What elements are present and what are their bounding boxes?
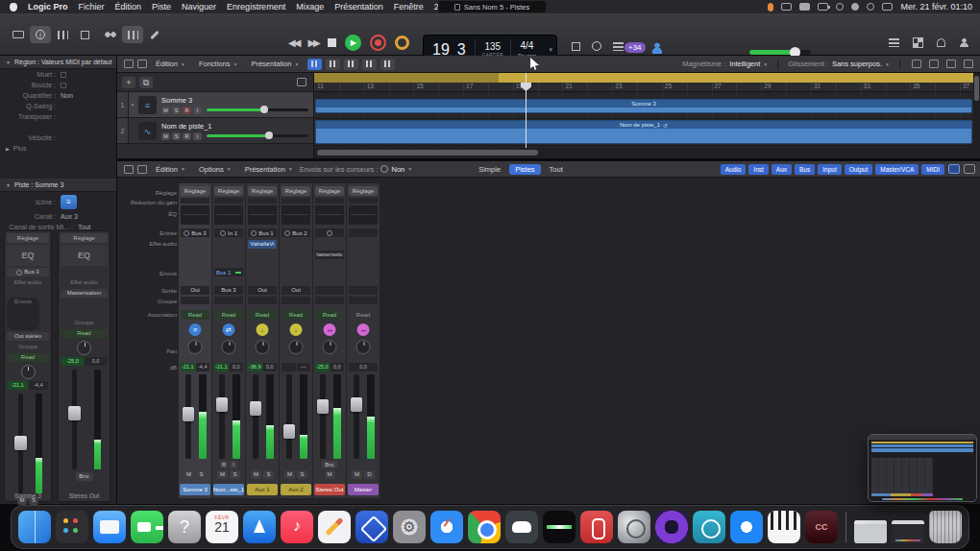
track-icon-row[interactable]: Icône : ≡ [0, 192, 116, 211]
automation-button[interactable]: Read [349, 310, 378, 320]
more-options-icon[interactable] [964, 60, 973, 68]
channel-name[interactable]: Nom...ste_1 [213, 484, 244, 495]
db-value[interactable]: 0,0 [263, 363, 278, 371]
mute-button[interactable]: M [184, 470, 194, 479]
send-slot[interactable]: Bus 1 [214, 268, 243, 276]
strip-input-slot[interactable]: Bus 3 [7, 268, 49, 276]
account-button[interactable] [960, 38, 968, 47]
strip-output-slot[interactable]: Out stéréo [7, 332, 49, 341]
pencil-app-icon[interactable] [318, 511, 351, 543]
strip-eq-slot[interactable]: EQ [61, 245, 108, 266]
grid-tool-button[interactable] [307, 59, 322, 70]
filter-input[interactable]: Input [818, 164, 841, 175]
menu-fichier[interactable]: Fichier [79, 2, 105, 12]
teal-app-icon[interactable] [693, 511, 725, 543]
mixer-window-icon[interactable] [964, 164, 975, 174]
forward-button[interactable]: ▶▶ [307, 37, 318, 48]
input-slot[interactable] [349, 228, 378, 237]
menu-naviguer[interactable]: Naviguer [182, 2, 216, 12]
group-slot[interactable] [282, 297, 310, 304]
input-monitor-button[interactable]: I [230, 461, 237, 468]
menu-mixage[interactable]: Mixage [296, 2, 324, 12]
setting-button[interactable]: Réglage [349, 186, 378, 196]
mute-button[interactable]: M [251, 470, 261, 479]
time-signature-value[interactable]: 4/4 [521, 41, 534, 51]
dim-button[interactable]: D [364, 470, 375, 479]
output-slot[interactable]: Out [248, 286, 277, 295]
track-input-button[interactable]: I [193, 107, 202, 114]
setting-button[interactable]: Réglage [315, 186, 344, 196]
group-slot[interactable] [214, 297, 243, 304]
setting-button[interactable]: Réglage [181, 186, 209, 196]
pan-knob[interactable] [188, 340, 203, 354]
apple-menu-icon[interactable] [10, 3, 17, 12]
group-slot[interactable] [315, 297, 344, 304]
pip-window[interactable] [868, 434, 977, 502]
filter-audio[interactable]: Audio [721, 164, 747, 175]
play-button[interactable]: ▶ [345, 35, 361, 51]
search-icon[interactable] [867, 3, 874, 11]
strip-automation-button[interactable]: Read [7, 353, 49, 362]
strip-group-slot[interactable]: Groupe [7, 343, 49, 351]
record-button[interactable] [370, 35, 386, 51]
mixer-tab-pistes[interactable]: Pistes [509, 164, 540, 175]
channel-value[interactable]: Aux 3 [61, 213, 78, 220]
channel-strip-aux-1[interactable]: Réglage Bus 1 VahallaVi Out Read ↓ -36,9… [246, 183, 279, 498]
channel-name[interactable]: Stereo Out [314, 484, 345, 495]
channel-name[interactable]: Master [348, 484, 379, 495]
muet-checkbox[interactable] [61, 72, 66, 78]
strip-setting-button[interactable]: Réglage [7, 233, 49, 243]
region-inspector-header[interactable]: ▼ Région : Valeurs MIDI par défaut [0, 56, 116, 69]
share-user-icon[interactable] [651, 42, 663, 54]
strip-setting-button[interactable]: Réglage [61, 233, 108, 243]
db-value[interactable]: 0,0 [230, 363, 244, 371]
boucle-checkbox[interactable] [61, 83, 66, 88]
channel-name[interactable]: Somme 3 [180, 484, 210, 495]
plugin-slot[interactable]: fasteriselo [315, 251, 344, 259]
db-value[interactable]: 0,0 [349, 363, 378, 371]
duplicate-track-button[interactable]: ⧉ [139, 77, 153, 88]
quantifier-value[interactable]: Non [61, 92, 73, 99]
filter-aux[interactable]: Aux [772, 164, 792, 175]
channel-fader[interactable] [315, 374, 344, 459]
track-lane-2[interactable]: Nom de piste_1↺ [314, 119, 973, 146]
menubar-clock[interactable]: Mer. 21 févr. 01:10 [900, 2, 972, 12]
region-row-qswing[interactable]: Q-Swing : [0, 101, 116, 111]
track-mute-button[interactable]: M [161, 107, 170, 114]
vertical-scrollbar[interactable] [973, 73, 980, 158]
control-bar-list-button[interactable] [889, 38, 899, 47]
library-toggle-button[interactable] [8, 26, 29, 43]
track-channel-row[interactable]: Canal : Aux 3 [0, 211, 116, 222]
filter-output[interactable]: Output [845, 164, 873, 175]
strip-group-slot[interactable]: Groupe [61, 319, 108, 327]
control-center-icon[interactable] [882, 3, 893, 11]
keyboard-icon[interactable] [781, 3, 792, 11]
panel-toggle-icon[interactable] [137, 60, 147, 68]
final-cut-icon[interactable] [655, 511, 688, 543]
bounce-button[interactable]: Bnc [322, 461, 337, 468]
channel-strip-aux-2[interactable]: Réglage Bus 2 Out Read ↓ — M [280, 183, 312, 498]
db-value[interactable]: 0,0 [331, 363, 345, 371]
strip-fader[interactable] [62, 370, 106, 469]
scrollbar-thumb[interactable] [317, 150, 538, 156]
filter-midi[interactable]: MIDI [921, 164, 944, 175]
rewind-button[interactable]: ◀◀ [288, 37, 299, 48]
region-row-quantifier[interactable]: Quantifier : Non [0, 90, 116, 101]
facetime-icon[interactable] [131, 511, 163, 543]
channel-fader[interactable] [181, 374, 209, 459]
system-settings-icon[interactable]: ⚙ [393, 511, 426, 543]
tempo-value[interactable]: 135 [484, 42, 501, 52]
track-header-2[interactable]: 2 ∿ Nom de piste_1 M S R I [117, 118, 313, 144]
track-icon[interactable]: ≡ [61, 195, 77, 209]
eq-thumbnail[interactable] [181, 205, 209, 225]
smart-controls-button[interactable] [100, 26, 121, 43]
mute-button[interactable]: M [352, 470, 362, 479]
track-disclosure-icon[interactable]: ▼ [129, 92, 136, 117]
record-enable-button[interactable]: R [220, 461, 228, 468]
track-header-1[interactable]: 1 ▼ ≡ Somme 3 M S R I [117, 92, 313, 118]
launchpad-icon[interactable] [56, 511, 88, 543]
filter-inst[interactable]: Inst [748, 164, 768, 175]
region-row-boucle[interactable]: Boucle : [0, 80, 116, 90]
region-row-transposer[interactable]: Transposer : [0, 111, 116, 122]
developer-app-icon[interactable] [355, 511, 388, 543]
